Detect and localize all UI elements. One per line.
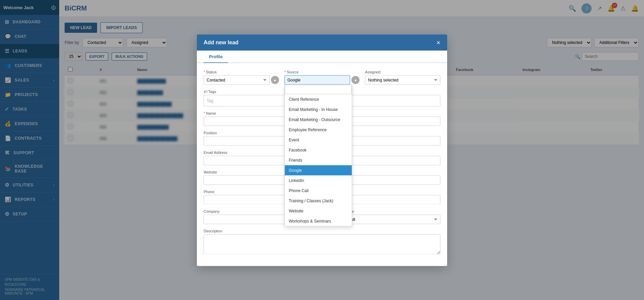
source-option-google[interactable]: Google <box>285 165 352 175</box>
assigned-group: Assigned Nothing selected <box>365 70 440 85</box>
source-select[interactable]: Google <box>284 75 350 85</box>
source-option-employee-reference[interactable]: Employee Reference <box>285 124 352 135</box>
source-option-email-outsource[interactable]: Email Marketing - Outsource <box>285 114 352 124</box>
source-option-facebook[interactable]: Facebook <box>285 145 352 155</box>
description-group: Description <box>204 229 440 254</box>
status-select-container: Contacted ● <box>204 75 279 85</box>
modal-body: * Status Contacted ● * Source Google ● <box>197 63 447 266</box>
source-option-friends[interactable]: Friends <box>285 155 352 165</box>
form-row-description: Description <box>204 229 440 254</box>
source-label: * Source <box>284 70 360 74</box>
source-search-input[interactable] <box>285 85 352 94</box>
status-select[interactable]: Contacted <box>204 75 270 85</box>
source-option-event[interactable]: Event <box>285 135 352 145</box>
description-label: Description <box>204 229 440 233</box>
status-info-icon[interactable]: ● <box>271 76 279 84</box>
source-dropdown: Client Reference Email Marketing - In Ho… <box>284 85 352 226</box>
tab-profile[interactable]: Profile <box>204 50 228 63</box>
assigned-select[interactable]: Nothing selected <box>365 75 440 85</box>
description-textarea[interactable] <box>204 234 440 254</box>
form-row-status-source: * Status Contacted ● * Source Google ● <box>204 70 440 85</box>
source-option-linkedin[interactable]: LinkedIn <box>285 175 352 185</box>
source-option-email-inhouse[interactable]: Email Marketing - In House <box>285 104 352 114</box>
source-group: * Source Google ● Client Reference Email… <box>284 70 360 85</box>
modal-close-button[interactable]: × <box>436 39 440 46</box>
tag-icon: 🏷 <box>204 89 207 93</box>
modal-tabs: Profile <box>197 50 447 63</box>
source-option-phone-call[interactable]: Phone Call <box>285 185 352 195</box>
assigned-label: Assigned <box>365 70 440 74</box>
source-select-container: Google ● Client Reference Email Marketin… <box>284 75 360 85</box>
source-option-training[interactable]: Training / Classes (Jack) <box>285 195 352 206</box>
source-option-client-reference[interactable]: Client Reference <box>285 94 352 104</box>
source-option-website[interactable]: Website <box>285 206 352 216</box>
source-info-icon[interactable]: ● <box>351 76 360 84</box>
add-lead-modal: Add new lead × Profile * Status Contacte… <box>197 34 447 266</box>
status-group: * Status Contacted ● <box>204 70 279 85</box>
modal-header: Add new lead × <box>197 34 447 50</box>
tag-placeholder: Tag <box>207 98 213 103</box>
modal-title: Add new lead <box>204 39 238 45</box>
source-option-workshops[interactable]: Workshops & Seminars <box>285 216 352 226</box>
status-label: * Status <box>204 70 279 74</box>
